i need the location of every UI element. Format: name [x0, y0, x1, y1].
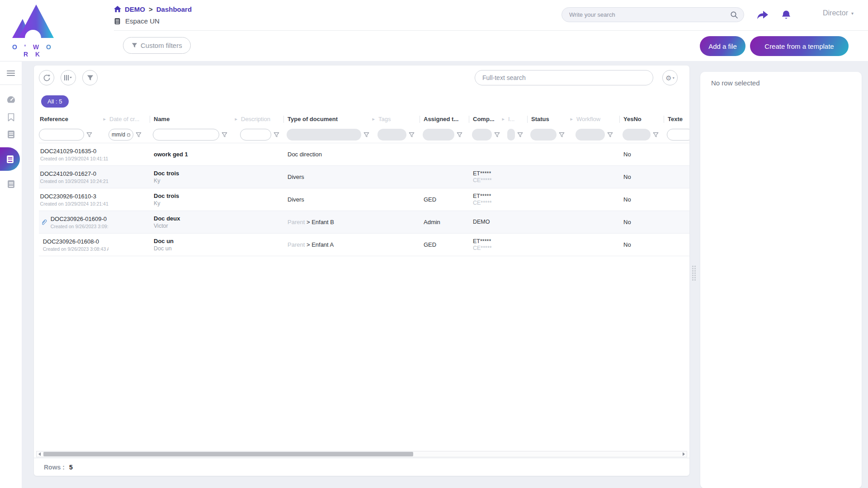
yesno-filter-disabled: [623, 129, 651, 141]
table-row[interactable]: W DOC230926-01609-0 Created on 9/26/2023…: [39, 211, 689, 234]
table-toolbar: [39, 70, 98, 85]
global-search-input[interactable]: [569, 11, 730, 18]
refresh-button[interactable]: [39, 70, 54, 85]
funnel-icon: [132, 42, 137, 48]
custom-filters-button[interactable]: Custom filters: [123, 37, 191, 54]
notifications-button[interactable]: [779, 9, 793, 22]
columns-button[interactable]: [61, 70, 76, 85]
funnel-icon[interactable]: [457, 132, 462, 138]
detail-panel: No row selected: [700, 72, 862, 488]
sort-arrow-icon: ▸: [103, 116, 106, 122]
horizontal-scrollbar[interactable]: [36, 451, 687, 457]
table-row[interactable]: DOC230926-01610-3 Created on 10/29/2024 …: [39, 188, 689, 211]
share-button[interactable]: [756, 9, 769, 22]
column-header-status[interactable]: Status▸: [530, 112, 576, 127]
table-filter-row: mm/d: [39, 127, 689, 143]
top-header: O ' W O R K DEMO > Dashboard Espace UN: [0, 0, 868, 61]
app-logo[interactable]: O ' W O R K: [8, 4, 58, 58]
book-icon: [7, 180, 15, 188]
funnel-icon[interactable]: [222, 132, 227, 138]
column-header-assigned[interactable]: Assigned t...: [423, 112, 472, 127]
sidebar-item-dashboard[interactable]: [0, 91, 22, 108]
funnel-icon[interactable]: [363, 132, 369, 138]
breadcrumb-current[interactable]: Dashboard: [156, 5, 192, 13]
column-header-reference[interactable]: Reference▸: [39, 112, 108, 127]
book-icon: [114, 18, 121, 25]
column-header-description[interactable]: Description: [240, 112, 287, 127]
calendar-icon: [127, 132, 130, 137]
row-name: Doc deux: [154, 215, 237, 222]
i-filter-disabled: [507, 129, 515, 141]
funnel-icon[interactable]: [274, 132, 279, 138]
sidebar-item-documents[interactable]: [0, 126, 22, 143]
row-yesno: No: [623, 196, 664, 203]
sidebar-item-archive[interactable]: [0, 175, 22, 192]
sidebar-item-bookmarks[interactable]: [0, 108, 22, 126]
book-icon: [6, 155, 14, 164]
table-row[interactable]: DOC241029-01635-0 Created on 10/29/2024 …: [39, 143, 689, 166]
funnel-icon[interactable]: [653, 132, 659, 138]
column-header-workflow[interactable]: Workflow: [576, 112, 623, 127]
table-row[interactable]: DOC241029-01627-0 Created on 10/29/2024 …: [39, 166, 689, 188]
funnel-icon[interactable]: [517, 132, 523, 138]
user-role-dropdown[interactable]: Director ▾: [823, 9, 854, 17]
funnel-icon[interactable]: [409, 132, 415, 138]
row-assigned: GED: [424, 241, 469, 248]
scroll-left-arrow[interactable]: [37, 451, 42, 457]
funnel-icon[interactable]: [559, 132, 565, 138]
table-settings-button[interactable]: ⚙▾: [662, 70, 678, 85]
row-created: Created on 10/29/2024 10:24:21 PM: [40, 178, 108, 184]
panel-resize-handle[interactable]: [692, 266, 696, 281]
funnel-icon[interactable]: [136, 132, 142, 138]
all-rows-badge[interactable]: All : 5: [41, 95, 69, 108]
bell-icon: [39, 219, 39, 226]
breadcrumb-separator: >: [149, 5, 153, 13]
row-yesno: No: [623, 174, 664, 180]
paperclip-icon: [41, 219, 47, 226]
name-filter-input[interactable]: [153, 129, 219, 141]
row-name: Doc un: [154, 238, 237, 244]
funnel-icon[interactable]: [86, 132, 92, 138]
texte-filter-input[interactable]: [667, 129, 689, 141]
breadcrumb-root[interactable]: DEMO: [125, 5, 145, 13]
column-header-company[interactable]: Comp...▸: [472, 112, 507, 127]
row-created: Created on 9/26/2023 3:09:45 AM: [51, 224, 108, 229]
status-filter-disabled: [530, 129, 557, 141]
columns-icon: [64, 74, 73, 81]
sidebar-toggle-button[interactable]: [0, 61, 22, 85]
scrollbar-track[interactable]: [42, 451, 681, 457]
column-header-type[interactable]: Type of document▸: [287, 112, 377, 127]
no-row-selected-text: No row selected: [711, 79, 851, 87]
sort-arrow-icon: ▸: [570, 116, 573, 122]
logo-text: O ' W O R K: [8, 43, 58, 58]
add-file-button[interactable]: Add a file: [700, 36, 745, 56]
row-yesno: No: [623, 241, 664, 248]
global-search: [561, 7, 744, 22]
sidebar-item-ged-active[interactable]: [0, 147, 20, 171]
column-header-date[interactable]: Date of cr...: [108, 112, 153, 127]
reference-filter-input[interactable]: [39, 129, 84, 141]
scrollbar-thumb[interactable]: [43, 452, 413, 456]
row-type: > Enfant A: [307, 241, 334, 248]
table-row[interactable]: DOC230926-01608-0 Created on 9/26/2023 3…: [39, 234, 689, 256]
fulltext-search-input[interactable]: [482, 74, 646, 81]
column-header-name[interactable]: Name▸: [153, 112, 240, 127]
search-icon[interactable]: [730, 11, 738, 19]
scroll-right-arrow[interactable]: [681, 451, 687, 457]
column-header-tags[interactable]: Tags: [377, 112, 423, 127]
date-filter-input[interactable]: mm/d: [108, 129, 133, 141]
filter-button[interactable]: [82, 70, 98, 85]
column-header-i[interactable]: I...: [507, 112, 530, 127]
column-header-texte[interactable]: Texte: [667, 112, 689, 127]
row-reference: DOC230926-01609-0: [51, 216, 108, 222]
refresh-icon: [43, 74, 51, 82]
funnel-icon[interactable]: [607, 132, 613, 138]
funnel-icon[interactable]: [494, 132, 500, 138]
gear-icon: ⚙: [665, 75, 671, 81]
column-header-yesno[interactable]: YesNo: [623, 112, 667, 127]
description-filter-input[interactable]: [240, 129, 271, 141]
bookmark-icon: [7, 113, 15, 122]
row-name: Doc trois: [154, 170, 237, 177]
home-icon: [114, 6, 121, 13]
create-from-template-button[interactable]: Create from a template: [750, 36, 849, 56]
